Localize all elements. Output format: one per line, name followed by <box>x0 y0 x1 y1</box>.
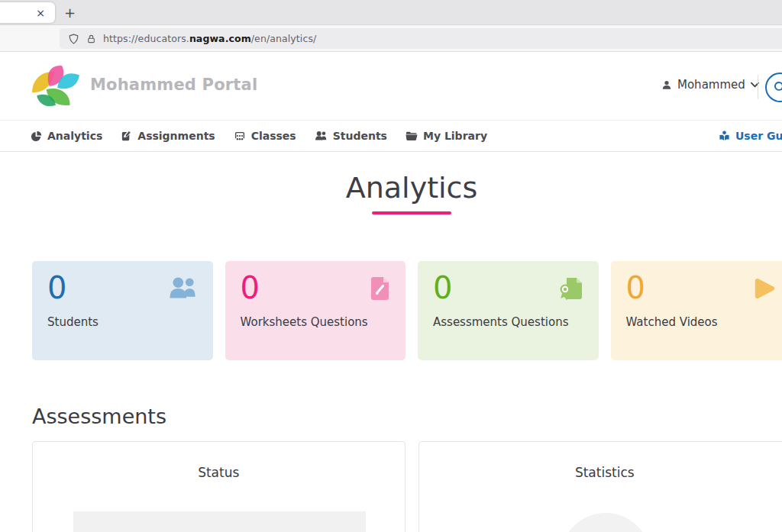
stat-card-assessments-questions: 0 Assessments Questions <box>418 261 599 360</box>
assessments-section-heading: Assessments <box>32 405 166 428</box>
nav-item-user-guide[interactable]: User Guide <box>719 121 782 151</box>
browser-tab-bar: × + <box>0 0 782 25</box>
empty-bar-chart-placeholder <box>73 511 366 532</box>
nav-item-students[interactable]: Students <box>315 130 387 142</box>
user-menu[interactable]: Mohammed <box>661 78 759 92</box>
person-icon <box>661 79 672 91</box>
browser-toolbar: https://educators.nagwa.com/en/analytics… <box>0 25 782 52</box>
status-card-title: Status <box>33 465 405 480</box>
nav-item-classes[interactable]: Classes <box>234 130 296 142</box>
tab-close-icon[interactable]: × <box>33 5 48 21</box>
page-title: Analytics <box>0 171 782 205</box>
browser-tab[interactable]: × <box>0 2 55 23</box>
url-text: https://educators.nagwa.com/en/analytics… <box>103 33 316 44</box>
stat-label: Worksheets Questions <box>241 315 368 329</box>
empty-donut-chart-placeholder <box>561 513 651 532</box>
users-icon <box>169 276 198 300</box>
search-button[interactable] <box>765 73 782 102</box>
stat-label: Assessments Questions <box>433 315 568 329</box>
shield-icon <box>68 33 79 45</box>
new-tab-button[interactable]: + <box>61 4 79 21</box>
play-icon <box>753 276 776 301</box>
stat-card-watched-videos: 0 Watched Videos <box>611 261 782 360</box>
book-reader-icon <box>719 131 730 142</box>
search-icon <box>773 80 782 95</box>
nav-item-assignments[interactable]: Assignments <box>121 130 215 142</box>
pie-chart-icon <box>31 131 42 142</box>
address-bar[interactable]: https://educators.nagwa.com/en/analytics… <box>60 28 782 49</box>
stat-value: 0 <box>241 270 391 305</box>
classroom-icon <box>234 131 246 142</box>
statistics-card-title: Statistics <box>419 465 782 480</box>
assessments-cards-row: Status Statistics <box>32 441 782 532</box>
folder-icon <box>406 131 418 141</box>
status-card: Status <box>32 441 406 532</box>
portal-title: Mohammed Portal <box>90 76 257 94</box>
main-navigation: Analytics Assignments Classes Students M… <box>0 120 782 152</box>
stat-card-students: 0 Students <box>32 261 213 360</box>
user-name: Mohammed <box>677 78 745 92</box>
nav-item-analytics[interactable]: Analytics <box>31 130 102 142</box>
worksheet-pen-icon <box>370 276 390 301</box>
header-divider <box>758 75 758 99</box>
site-header: Mohammed Portal Mohammed <box>0 52 782 120</box>
users-icon <box>315 131 328 141</box>
title-underline <box>372 211 451 214</box>
assignment-pen-icon <box>121 131 132 142</box>
stat-cards-row: 0 Students 0 Worksheets Questions 0 Asse… <box>32 261 782 360</box>
browser-window: × + https://educators.nagwa.com/en/analy… <box>0 0 782 532</box>
lock-icon <box>86 33 96 45</box>
stat-label: Students <box>47 315 99 329</box>
stat-label: Watched Videos <box>626 315 718 329</box>
stat-card-worksheets-questions: 0 Worksheets Questions <box>225 261 406 360</box>
assessment-medal-icon <box>559 276 583 301</box>
statistics-card: Statistics <box>418 441 782 532</box>
nagwa-logo <box>31 64 81 107</box>
nav-item-my-library[interactable]: My Library <box>406 130 487 142</box>
